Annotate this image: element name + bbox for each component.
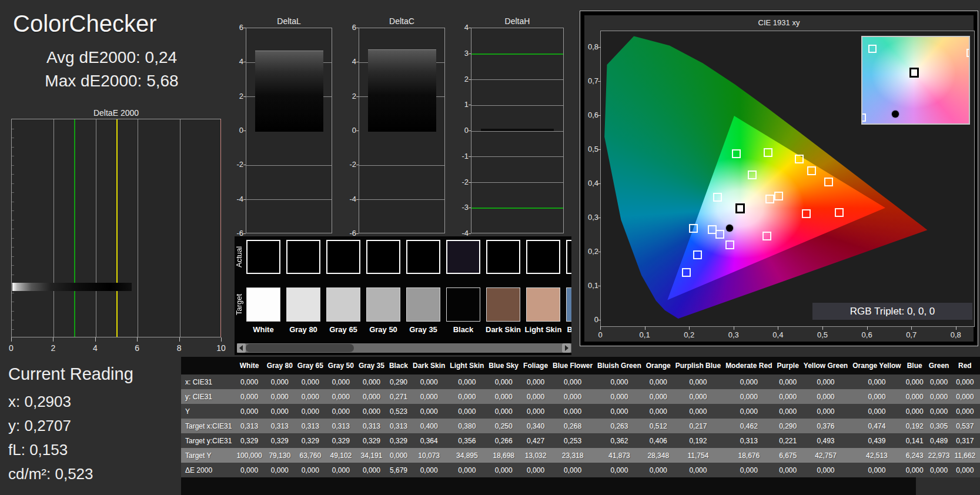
- deltae-x-tick: [137, 337, 138, 342]
- deltae-row-tick: [12, 202, 14, 202]
- table-cell: 0,406: [644, 433, 673, 448]
- target-swatch-gray-50[interactable]: [366, 287, 400, 322]
- actual-swatch-light-skin[interactable]: [526, 240, 560, 274]
- deltae-row-tick: [12, 302, 14, 302]
- target-swatch-gray-80[interactable]: [286, 287, 320, 322]
- target-swatch-blue-sky[interactable]: [566, 287, 571, 322]
- table-cell: 0,000: [550, 389, 595, 404]
- deltah-y-ticklabel: -1: [450, 152, 469, 161]
- deltae-x-ticklabel: 8: [169, 343, 189, 353]
- row-label: ΔE 2000: [181, 463, 234, 477]
- target-swatch-white[interactable]: [246, 287, 280, 322]
- table-cell: 0,000: [521, 463, 550, 477]
- table-cell: 34,895: [447, 448, 486, 463]
- cie-target-marker-purple: [725, 240, 734, 249]
- table-cell: 0,313: [234, 419, 264, 433]
- table-cell: 0,221: [774, 433, 801, 448]
- actual-swatch-blue-sky[interactable]: [566, 240, 571, 274]
- target-swatch-light-skin[interactable]: [526, 287, 560, 322]
- swatch-scrollbar-thumb[interactable]: [246, 344, 354, 352]
- inset-current-reading-dot: [892, 111, 899, 118]
- table-cell: 0,000: [801, 389, 850, 404]
- cie-x-ticklabel: 0,6: [857, 330, 878, 339]
- table-cell: 0,000: [326, 374, 356, 389]
- deltac-y-tick: [356, 96, 359, 97]
- table-cell: 0,263: [595, 419, 644, 433]
- table-cell: 23,318: [550, 448, 595, 463]
- table-cell: 0,000: [410, 389, 447, 404]
- current-reading-x: x: 0,2903: [8, 393, 71, 411]
- deltal-y-ticklabel: 6: [225, 23, 243, 32]
- actual-swatch-dark-skin[interactable]: [486, 240, 520, 274]
- deltac-y-ticklabel: -2: [337, 160, 356, 169]
- table-cell: 0,000: [387, 448, 410, 463]
- actual-swatch-gray-65[interactable]: [326, 240, 360, 274]
- chart-title-deltal: DeltaL: [246, 16, 332, 26]
- table-cell: 0,000: [550, 374, 595, 389]
- actual-swatch-black[interactable]: [446, 240, 480, 274]
- table-cell: 6,675: [774, 448, 801, 463]
- swatch-scroll-left-button[interactable]: [237, 343, 246, 353]
- target-swatch-gray-35[interactable]: [406, 287, 440, 322]
- table-cell: 0,000: [774, 463, 801, 477]
- target-swatch-black[interactable]: [446, 287, 480, 322]
- actual-swatch-gray-35[interactable]: [406, 240, 440, 274]
- deltac-gridline: [359, 165, 444, 166]
- column-header-green: Green: [926, 357, 952, 374]
- actual-swatch-gray-80[interactable]: [286, 240, 320, 274]
- table-cell: 0,141: [904, 433, 926, 448]
- swatch-scroll-right-button[interactable]: [562, 343, 571, 353]
- cie-y-ticklabel: 0,2: [584, 247, 598, 256]
- chart-title-deltac: DeltaC: [359, 16, 445, 26]
- table-cell: 0,000: [978, 374, 980, 389]
- table-cell: 0,000: [801, 404, 850, 419]
- table-cell: 0,000: [486, 389, 521, 404]
- cie-target-marker-dark-skin: [774, 192, 783, 200]
- deltal-y-ticklabel: -4: [225, 195, 243, 204]
- cie-y-tick: [598, 81, 601, 82]
- cie-target-marker-bluish-green: [713, 193, 722, 202]
- table-cell: 0,000: [595, 463, 644, 477]
- deltac-bar-black: [368, 49, 436, 132]
- results-table: WhiteGray 80Gray 65Gray 50Gray 35BlackDa…: [181, 357, 916, 495]
- table-cell: 0,400: [410, 419, 447, 433]
- table-corner-cell: [181, 357, 234, 374]
- table-cell: 0,271: [387, 389, 410, 404]
- table-cell: 0,000: [978, 404, 980, 419]
- cie-x-ticklabel: 0,7: [901, 330, 922, 339]
- deltac-y-ticklabel: 2: [337, 92, 356, 101]
- inset-target-marker: [861, 113, 866, 122]
- actual-swatch-gray-50[interactable]: [366, 240, 400, 274]
- table-cell: 0,000: [486, 404, 521, 419]
- cie-x-tick: [867, 326, 868, 330]
- column-header-yellow: Yellow: [978, 357, 980, 374]
- deltah-y-tick: [469, 233, 471, 234]
- table-cell: 0,000: [850, 389, 903, 404]
- column-header-red: Red: [952, 357, 978, 374]
- column-header-orange-yellow: Orange Yellow: [850, 357, 903, 374]
- table-row: Y0,0000,0000,0000,0000,0000,5230,0000,00…: [181, 404, 980, 419]
- table-cell: 0,000: [265, 404, 295, 419]
- target-row-label: Target: [235, 287, 245, 322]
- table-cell: 0,000: [486, 374, 521, 389]
- max-de2000-readout: Max dE2000: 5,68: [0, 72, 223, 91]
- table-row: Target Y100,00079,13063,76049,10234,1910…: [181, 448, 980, 463]
- deltae-row-tick: [12, 238, 14, 239]
- chart-title-deltah: DeltaH: [471, 16, 564, 26]
- table-cell: 0,474: [978, 433, 980, 448]
- actual-swatch-white[interactable]: [246, 240, 280, 274]
- table-cell: 0,290: [774, 419, 801, 433]
- target-swatch-dark-skin[interactable]: [486, 287, 520, 322]
- cie-whitepoint-target-marker: [735, 203, 745, 213]
- target-swatch-gray-65[interactable]: [326, 287, 360, 322]
- table-cell: 0,356: [447, 433, 486, 448]
- cie-panel: CIE 1931 xy RGB Triplet: 0, 0, 0 00,10,2…: [580, 11, 978, 346]
- swatch-name-label: Black: [443, 325, 484, 334]
- column-header-gray-65: Gray 65: [295, 357, 326, 374]
- deltae-green-limit-line: [74, 119, 75, 337]
- table-cell: 0,489: [926, 433, 952, 448]
- table-cell: 0,000: [926, 463, 952, 477]
- table-cell: 0,329: [387, 433, 410, 448]
- cie-x-ticklabel: 0,5: [812, 330, 833, 339]
- table-cell: 0,217: [673, 419, 723, 433]
